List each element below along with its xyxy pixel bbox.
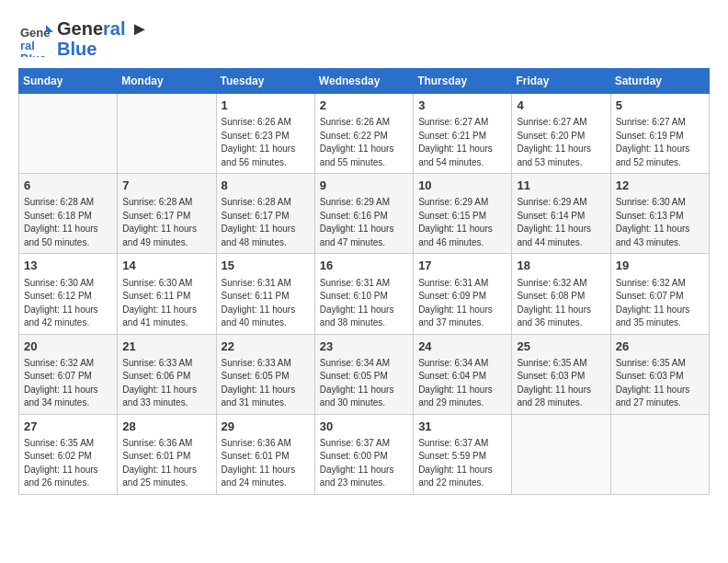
day-info: Sunrise: 6:31 AM Sunset: 6:09 PM Dayligh… xyxy=(418,277,506,330)
col-header-tuesday: Tuesday xyxy=(216,69,314,94)
day-number: 14 xyxy=(122,258,210,274)
day-info: Sunrise: 6:36 AM Sunset: 6:01 PM Dayligh… xyxy=(222,437,310,490)
day-number: 23 xyxy=(320,339,408,355)
day-number: 17 xyxy=(418,258,506,274)
day-info: Sunrise: 6:31 AM Sunset: 6:11 PM Dayligh… xyxy=(222,277,310,330)
day-info: Sunrise: 6:30 AM Sunset: 6:12 PM Dayligh… xyxy=(24,277,112,330)
svg-text:Gene: Gene xyxy=(20,26,51,40)
calendar-cell: 7Sunrise: 6:28 AM Sunset: 6:17 PM Daylig… xyxy=(118,174,216,254)
col-header-friday: Friday xyxy=(512,69,610,94)
day-number: 10 xyxy=(418,178,506,194)
calendar-cell xyxy=(610,414,709,494)
day-number: 28 xyxy=(122,419,210,435)
calendar-cell: 20Sunrise: 6:32 AM Sunset: 6:07 PM Dayli… xyxy=(19,334,118,414)
calendar-cell: 8Sunrise: 6:28 AM Sunset: 6:17 PM Daylig… xyxy=(216,174,314,254)
calendar-cell: 25Sunrise: 6:35 AM Sunset: 6:03 PM Dayli… xyxy=(512,334,610,414)
day-number: 2 xyxy=(320,98,408,114)
calendar-cell: 3Sunrise: 6:27 AM Sunset: 6:21 PM Daylig… xyxy=(414,94,512,174)
logo: Gene ral Blue General ► Blue xyxy=(18,18,149,59)
day-number: 11 xyxy=(517,178,605,194)
day-info: Sunrise: 6:28 AM Sunset: 6:18 PM Dayligh… xyxy=(24,196,112,249)
day-number: 15 xyxy=(222,258,310,274)
day-info: Sunrise: 6:32 AM Sunset: 6:08 PM Dayligh… xyxy=(517,277,605,330)
calendar-header-row: SundayMondayTuesdayWednesdayThursdayFrid… xyxy=(19,69,710,94)
day-number: 22 xyxy=(222,339,310,355)
calendar-cell: 28Sunrise: 6:36 AM Sunset: 6:01 PM Dayli… xyxy=(118,414,216,494)
calendar-cell: 13Sunrise: 6:30 AM Sunset: 6:12 PM Dayli… xyxy=(19,254,118,334)
calendar-cell: 2Sunrise: 6:26 AM Sunset: 6:22 PM Daylig… xyxy=(314,94,413,174)
calendar-cell: 18Sunrise: 6:32 AM Sunset: 6:08 PM Dayli… xyxy=(512,254,610,334)
col-header-wednesday: Wednesday xyxy=(314,69,413,94)
day-number: 13 xyxy=(24,258,112,274)
day-number: 9 xyxy=(320,178,408,194)
col-header-monday: Monday xyxy=(118,69,216,94)
day-info: Sunrise: 6:26 AM Sunset: 6:22 PM Dayligh… xyxy=(320,116,408,169)
day-info: Sunrise: 6:35 AM Sunset: 6:02 PM Dayligh… xyxy=(24,437,112,490)
week-row-5: 27Sunrise: 6:35 AM Sunset: 6:02 PM Dayli… xyxy=(19,414,710,494)
calendar-cell: 15Sunrise: 6:31 AM Sunset: 6:11 PM Dayli… xyxy=(216,254,314,334)
day-info: Sunrise: 6:31 AM Sunset: 6:10 PM Dayligh… xyxy=(320,277,408,330)
calendar-cell: 14Sunrise: 6:30 AM Sunset: 6:11 PM Dayli… xyxy=(118,254,216,334)
week-row-1: 1Sunrise: 6:26 AM Sunset: 6:23 PM Daylig… xyxy=(19,94,710,174)
day-number: 26 xyxy=(616,339,704,355)
day-info: Sunrise: 6:34 AM Sunset: 6:04 PM Dayligh… xyxy=(418,357,506,410)
calendar-cell: 6Sunrise: 6:28 AM Sunset: 6:18 PM Daylig… xyxy=(19,174,118,254)
day-info: Sunrise: 6:32 AM Sunset: 6:07 PM Dayligh… xyxy=(616,277,704,330)
day-number: 19 xyxy=(616,258,704,274)
logo-blue: Blue xyxy=(57,39,149,59)
calendar-cell: 21Sunrise: 6:33 AM Sunset: 6:06 PM Dayli… xyxy=(118,334,216,414)
calendar-cell: 1Sunrise: 6:26 AM Sunset: 6:23 PM Daylig… xyxy=(216,94,314,174)
col-header-sunday: Sunday xyxy=(19,69,118,94)
day-info: Sunrise: 6:36 AM Sunset: 6:01 PM Dayligh… xyxy=(122,437,210,490)
week-row-4: 20Sunrise: 6:32 AM Sunset: 6:07 PM Dayli… xyxy=(19,334,710,414)
calendar-cell: 27Sunrise: 6:35 AM Sunset: 6:02 PM Dayli… xyxy=(19,414,118,494)
day-info: Sunrise: 6:34 AM Sunset: 6:05 PM Dayligh… xyxy=(320,357,408,410)
calendar-cell: 30Sunrise: 6:37 AM Sunset: 6:00 PM Dayli… xyxy=(314,414,413,494)
day-number: 29 xyxy=(222,419,310,435)
day-info: Sunrise: 6:35 AM Sunset: 6:03 PM Dayligh… xyxy=(517,357,605,410)
col-header-saturday: Saturday xyxy=(610,69,709,94)
day-info: Sunrise: 6:29 AM Sunset: 6:14 PM Dayligh… xyxy=(517,196,605,249)
day-number: 4 xyxy=(517,98,605,114)
day-number: 5 xyxy=(616,98,704,114)
day-info: Sunrise: 6:35 AM Sunset: 6:03 PM Dayligh… xyxy=(616,357,704,410)
day-info: Sunrise: 6:28 AM Sunset: 6:17 PM Dayligh… xyxy=(222,196,310,249)
calendar-cell xyxy=(19,94,118,174)
calendar-table: SundayMondayTuesdayWednesdayThursdayFrid… xyxy=(18,68,710,495)
calendar-cell: 11Sunrise: 6:29 AM Sunset: 6:14 PM Dayli… xyxy=(512,174,610,254)
col-header-thursday: Thursday xyxy=(414,69,512,94)
calendar-cell: 9Sunrise: 6:29 AM Sunset: 6:16 PM Daylig… xyxy=(314,174,413,254)
day-info: Sunrise: 6:32 AM Sunset: 6:07 PM Dayligh… xyxy=(24,357,112,410)
day-number: 7 xyxy=(122,178,210,194)
calendar-cell: 29Sunrise: 6:36 AM Sunset: 6:01 PM Dayli… xyxy=(216,414,314,494)
day-info: Sunrise: 6:30 AM Sunset: 6:11 PM Dayligh… xyxy=(122,277,210,330)
day-info: Sunrise: 6:29 AM Sunset: 6:15 PM Dayligh… xyxy=(418,196,506,249)
day-info: Sunrise: 6:27 AM Sunset: 6:20 PM Dayligh… xyxy=(517,116,605,169)
day-info: Sunrise: 6:27 AM Sunset: 6:19 PM Dayligh… xyxy=(616,116,704,169)
page-header: Gene ral Blue General ► Blue xyxy=(18,18,710,59)
calendar-cell: 19Sunrise: 6:32 AM Sunset: 6:07 PM Dayli… xyxy=(610,254,709,334)
calendar-cell: 24Sunrise: 6:34 AM Sunset: 6:04 PM Dayli… xyxy=(414,334,512,414)
calendar-cell xyxy=(512,414,610,494)
day-info: Sunrise: 6:27 AM Sunset: 6:21 PM Dayligh… xyxy=(418,116,506,169)
calendar-cell: 31Sunrise: 6:37 AM Sunset: 5:59 PM Dayli… xyxy=(414,414,512,494)
week-row-3: 13Sunrise: 6:30 AM Sunset: 6:12 PM Dayli… xyxy=(19,254,710,334)
day-number: 6 xyxy=(24,178,112,194)
day-number: 20 xyxy=(24,339,112,355)
day-number: 21 xyxy=(122,339,210,355)
day-number: 16 xyxy=(320,258,408,274)
day-number: 25 xyxy=(517,339,605,355)
day-number: 30 xyxy=(320,419,408,435)
day-info: Sunrise: 6:28 AM Sunset: 6:17 PM Dayligh… xyxy=(122,196,210,249)
day-number: 1 xyxy=(222,98,310,114)
calendar-cell: 4Sunrise: 6:27 AM Sunset: 6:20 PM Daylig… xyxy=(512,94,610,174)
day-info: Sunrise: 6:30 AM Sunset: 6:13 PM Dayligh… xyxy=(616,196,704,249)
calendar-cell: 26Sunrise: 6:35 AM Sunset: 6:03 PM Dayli… xyxy=(610,334,709,414)
day-number: 24 xyxy=(418,339,506,355)
calendar-cell xyxy=(118,94,216,174)
day-info: Sunrise: 6:37 AM Sunset: 6:00 PM Dayligh… xyxy=(320,437,408,490)
day-number: 3 xyxy=(418,98,506,114)
day-info: Sunrise: 6:33 AM Sunset: 6:05 PM Dayligh… xyxy=(222,357,310,410)
calendar-cell: 10Sunrise: 6:29 AM Sunset: 6:15 PM Dayli… xyxy=(414,174,512,254)
day-info: Sunrise: 6:26 AM Sunset: 6:23 PM Dayligh… xyxy=(222,116,310,169)
